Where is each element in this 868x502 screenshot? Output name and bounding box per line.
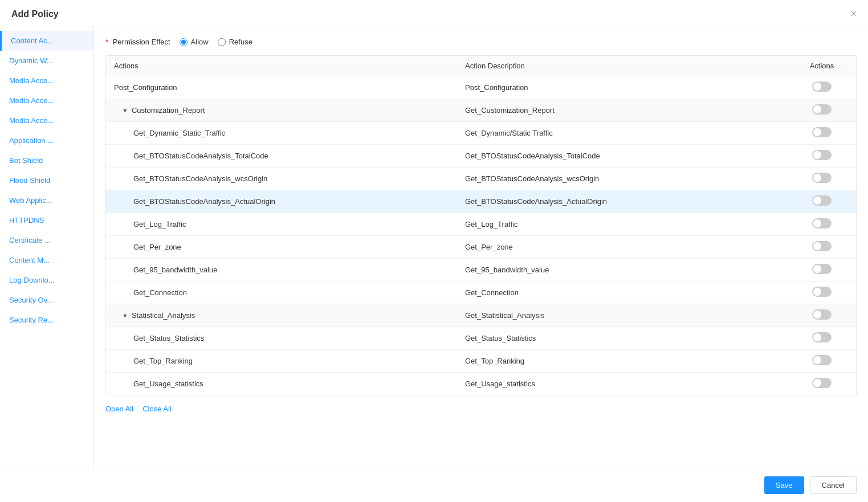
toggle-cell <box>788 145 856 168</box>
sidebar-item-14[interactable]: Security Re... <box>0 310 93 330</box>
col-header-toggle: Actions <box>788 56 856 76</box>
action-cell: Get_95_bandwidth_value <box>106 259 457 281</box>
table-row: Get_BTOStatusCodeAnalysis_ActualOriginGe… <box>106 190 856 213</box>
toggle-cell <box>788 99 856 122</box>
toggle-switch[interactable] <box>812 150 832 160</box>
toggle-switch[interactable] <box>812 81 832 92</box>
footer-links: Open All Close All <box>105 405 857 413</box>
table-row: Get_BTOStatusCodeAnalysis_TotalCodeGet_B… <box>106 145 856 168</box>
toggle-switch[interactable] <box>812 104 832 115</box>
close-button[interactable]: × <box>850 8 857 20</box>
table-row: Get_ConnectionGet_Connection <box>106 281 856 304</box>
table-row: Get_Dynamic_Static_TrafficGet_Dynamic/St… <box>106 122 856 145</box>
table-row: ▼Customization_ReportGet_Customization_R… <box>106 99 856 122</box>
dialog-title: Add Policy <box>11 9 59 19</box>
toggle-switch[interactable] <box>812 378 832 388</box>
table-header-row: Actions Action Description Actions <box>106 56 856 76</box>
action-cell: Get_Dynamic_Static_Traffic <box>106 122 457 145</box>
open-all-link[interactable]: Open All <box>105 405 133 413</box>
main-content: * Permission Effect Allow Refuse <box>94 26 868 500</box>
description-cell: Get_Log_Traffic <box>457 213 788 236</box>
toggle-switch[interactable] <box>812 195 832 206</box>
sidebar-item-11[interactable]: Content M... <box>0 250 93 270</box>
description-cell: Post_Configuration <box>457 76 788 99</box>
collapse-icon[interactable]: ▼ <box>122 107 128 114</box>
sidebar-item-3[interactable]: Media Acce... <box>0 91 93 111</box>
sidebar-item-8[interactable]: Web Applic... <box>0 190 93 210</box>
toggle-switch[interactable] <box>812 218 832 228</box>
table-row: Get_Top_RankingGet_Top_Ranking <box>106 350 856 373</box>
description-cell: Get_BTOStatusCodeAnalysis_ActualOrigin <box>457 190 788 213</box>
action-cell: Get_Status_Statistics <box>106 327 457 350</box>
description-cell: Get_Status_Statistics <box>457 327 788 350</box>
sidebar: Content Ac...Dynamic W...Media Acce...Me… <box>0 26 94 500</box>
col-header-actions: Actions <box>106 56 457 76</box>
toggle-switch[interactable] <box>812 127 832 137</box>
description-cell: Get_Customization_Report <box>457 99 788 122</box>
toggle-cell <box>788 190 856 213</box>
table-row: Get_Per_zoneGet_Per_zone <box>106 236 856 259</box>
col-header-description: Action Description <box>457 56 788 76</box>
description-cell: Get_BTOStatusCodeAnalysis_wcsOrigin <box>457 168 788 190</box>
radio-group: Allow Refuse <box>180 38 252 46</box>
sidebar-item-5[interactable]: Application ... <box>0 130 93 150</box>
toggle-cell <box>788 236 856 259</box>
toggle-cell <box>788 304 856 327</box>
sidebar-item-10[interactable]: Certificate ... <box>0 230 93 250</box>
description-cell: Get_Top_Ranking <box>457 350 788 373</box>
action-cell: Get_Connection <box>106 281 457 304</box>
sidebar-item-1[interactable]: Dynamic W... <box>0 51 93 71</box>
close-all-link[interactable]: Close All <box>142 405 172 413</box>
table-row: Get_Usage_statisticsGet_Usage_statistics <box>106 373 856 395</box>
action-cell: ▼Customization_Report <box>106 99 457 122</box>
sidebar-item-0[interactable]: Content Ac... <box>0 31 93 51</box>
refuse-radio-item[interactable]: Refuse <box>218 38 252 46</box>
sidebar-item-13[interactable]: Security Ov... <box>0 290 93 310</box>
toggle-switch[interactable] <box>812 332 832 342</box>
save-button[interactable]: Save <box>764 476 804 494</box>
table-row: Get_Log_TrafficGet_Log_Traffic <box>106 213 856 236</box>
table-row: ▼Statistical_AnalysisGet_Statistical_Ana… <box>106 304 856 327</box>
sidebar-item-4[interactable]: Media Acce... <box>0 111 93 130</box>
table-row: Get_95_bandwidth_valueGet_95_bandwidth_v… <box>106 259 856 281</box>
permission-effect-row: * Permission Effect Allow Refuse <box>105 38 857 46</box>
permission-label: * Permission Effect <box>105 38 170 46</box>
sidebar-item-6[interactable]: Bot Shield <box>0 150 93 170</box>
toggle-switch[interactable] <box>812 264 832 274</box>
toggle-cell <box>788 350 856 373</box>
description-cell: Get_Connection <box>457 281 788 304</box>
toggle-cell <box>788 76 856 99</box>
sidebar-item-2[interactable]: Media Acce... <box>0 71 93 91</box>
allow-label: Allow <box>191 38 209 46</box>
action-cell: Get_Usage_statistics <box>106 373 457 395</box>
refuse-radio[interactable] <box>218 38 226 46</box>
action-cell: Get_BTOStatusCodeAnalysis_TotalCode <box>106 145 457 168</box>
description-cell: Get_Per_zone <box>457 236 788 259</box>
description-cell: Get_Dynamic/Static Traffic <box>457 122 788 145</box>
allow-radio[interactable] <box>180 38 188 46</box>
toggle-switch[interactable] <box>812 241 832 251</box>
sidebar-item-9[interactable]: HTTPDNS <box>0 210 93 230</box>
collapse-icon[interactable]: ▼ <box>122 312 128 319</box>
toggle-switch[interactable] <box>812 287 832 297</box>
allow-radio-item[interactable]: Allow <box>180 38 209 46</box>
toggle-switch[interactable] <box>812 309 832 320</box>
sidebar-item-12[interactable]: Log Downlo... <box>0 270 93 290</box>
description-cell: Get_BTOStatusCodeAnalysis_TotalCode <box>457 145 788 168</box>
toggle-cell <box>788 281 856 304</box>
table-row: Get_BTOStatusCodeAnalysis_wcsOriginGet_B… <box>106 168 856 190</box>
cancel-button[interactable]: Cancel <box>810 476 857 494</box>
description-cell: Get_95_bandwidth_value <box>457 259 788 281</box>
toggle-switch[interactable] <box>812 173 832 183</box>
actions-table-wrapper: Actions Action Description Actions Post_… <box>105 55 857 395</box>
table-row: Get_Status_StatisticsGet_Status_Statisti… <box>106 327 856 350</box>
toggle-cell <box>788 122 856 145</box>
required-indicator: * <box>105 38 108 46</box>
description-cell: Get_Usage_statistics <box>457 373 788 395</box>
toggle-switch[interactable] <box>812 355 832 365</box>
action-cell: Get_BTOStatusCodeAnalysis_ActualOrigin <box>106 190 457 213</box>
sidebar-item-7[interactable]: Flood Shield <box>0 170 93 190</box>
action-cell: Get_Top_Ranking <box>106 350 457 373</box>
toggle-cell <box>788 213 856 236</box>
action-cell: Get_Log_Traffic <box>106 213 457 236</box>
